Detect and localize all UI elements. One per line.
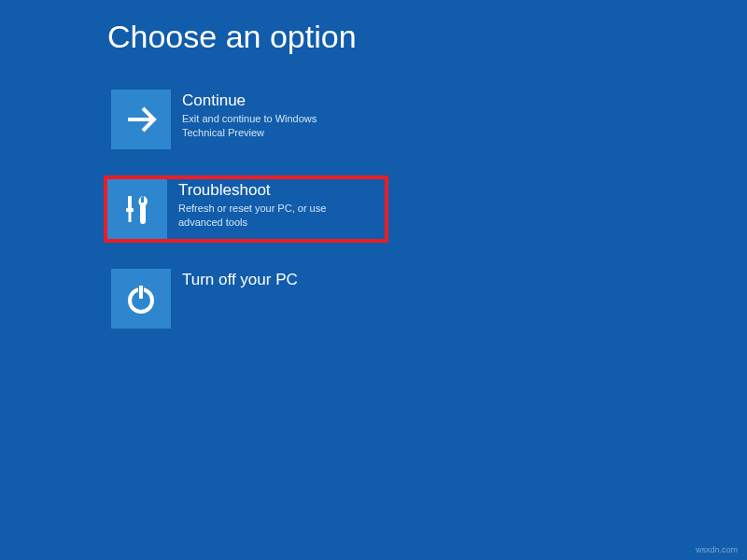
troubleshoot-icon-box <box>107 179 167 239</box>
option-continue[interactable]: Continue Exit and continue to Windows Te… <box>107 86 392 153</box>
svg-rect-1 <box>128 196 132 208</box>
option-turnoff-text: Turn off your PC <box>171 269 298 291</box>
svg-rect-2 <box>126 208 134 212</box>
option-turnoff-title: Turn off your PC <box>182 271 298 289</box>
option-troubleshoot-text: Troubleshoot Refresh or reset your PC, o… <box>167 179 356 230</box>
arrow-right-icon <box>122 101 160 138</box>
option-troubleshoot-desc: Refresh or reset your PC, or use advance… <box>178 202 356 230</box>
tools-icon <box>119 190 156 228</box>
option-continue-text: Continue Exit and continue to Windows Te… <box>171 90 359 140</box>
continue-icon-box <box>111 90 171 149</box>
option-troubleshoot-title: Troubleshoot <box>178 181 356 200</box>
svg-rect-3 <box>129 212 132 222</box>
option-continue-desc: Exit and continue to Windows Technical P… <box>182 112 359 140</box>
watermark-text: wsxdn.com <box>696 545 738 554</box>
option-turnoff[interactable]: Turn off your PC <box>107 265 392 332</box>
power-icon <box>122 280 160 317</box>
page-title: Choose an option <box>107 19 357 55</box>
options-list: Continue Exit and continue to Windows Te… <box>107 86 392 355</box>
option-troubleshoot[interactable]: Troubleshoot Refresh or reset your PC, o… <box>104 175 388 243</box>
option-continue-title: Continue <box>182 91 359 110</box>
turnoff-icon-box <box>111 269 171 329</box>
